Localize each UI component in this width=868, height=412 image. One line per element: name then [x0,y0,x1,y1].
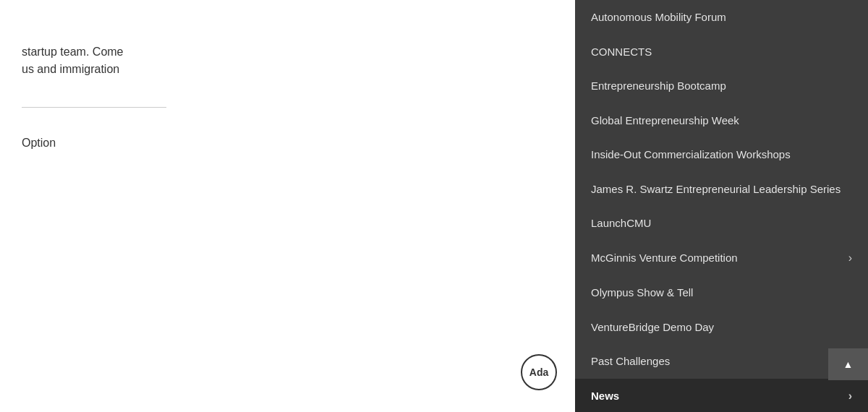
menu-item-autonomous-mobility-forum[interactable]: Autonomous Mobility Forum [575,0,868,35]
menu-item-label-venturebridge-demo-day: VentureBridge Demo Day [591,320,852,335]
ada-chat-bubble[interactable]: Ada [521,354,557,390]
menu-item-label-olympus-show-tell: Olympus Show & Tell [591,286,852,300]
menu-item-connects[interactable]: CONNECTS [575,35,868,69]
menu-item-label-entrepreneurship-bootcamp: Entrepreneurship Bootcamp [591,79,852,93]
left-text-block: startup team. Come us and immigration [22,43,550,78]
menu-item-label-inside-out-commercialization-workshops: Inside-Out Commercialization Workshops [591,147,852,162]
menu-item-inside-out-commercialization-workshops[interactable]: Inside-Out Commercialization Workshops [575,137,868,172]
mcginnis-venture-competition-chevron-icon: › [848,251,852,266]
news-label: News [591,389,841,403]
divider [22,107,166,108]
menu-item-label-launchcmu: LaunchCMU [591,216,852,231]
scroll-up-icon: ▲ [843,359,854,370]
menu-item-news[interactable]: News › [575,379,868,412]
menu-item-label-autonomous-mobility-forum: Autonomous Mobility Forum [591,10,852,25]
news-chevron-icon: › [848,389,852,404]
menu-item-launchcmu[interactable]: LaunchCMU [575,206,868,241]
menu-item-label-mcginnis-venture-competition: McGinnis Venture Competition [591,251,841,265]
menu-item-past-challenges[interactable]: Past Challenges [575,344,868,379]
menu-item-james-swartz-series[interactable]: James R. Swartz Entrepreneurial Leadersh… [575,172,868,207]
menu-item-label-connects: CONNECTS [591,45,852,59]
menu-item-label-past-challenges: Past Challenges [591,354,817,369]
left-content-area: startup team. Come us and immigration Op… [0,0,571,412]
menu-item-label-james-swartz-series: James R. Swartz Entrepreneurial Leadersh… [591,182,852,197]
menu-item-venturebridge-demo-day[interactable]: VentureBridge Demo Day [575,310,868,345]
text-line-2: us and immigration [22,61,550,78]
option-label: Option [22,137,550,150]
dropdown-menu: Autonomous Mobility ForumCONNECTSEntrepr… [575,0,868,412]
scroll-up-button[interactable]: ▲ [828,348,868,380]
menu-item-entrepreneurship-bootcamp[interactable]: Entrepreneurship Bootcamp [575,69,868,103]
menu-item-global-entrepreneurship-week[interactable]: Global Entrepreneurship Week [575,103,868,138]
menu-item-label-global-entrepreneurship-week: Global Entrepreneurship Week [591,113,852,128]
menu-item-olympus-show-tell[interactable]: Olympus Show & Tell [575,275,868,310]
menu-item-mcginnis-venture-competition[interactable]: McGinnis Venture Competition› [575,241,868,276]
text-line-1: startup team. Come [22,43,550,61]
